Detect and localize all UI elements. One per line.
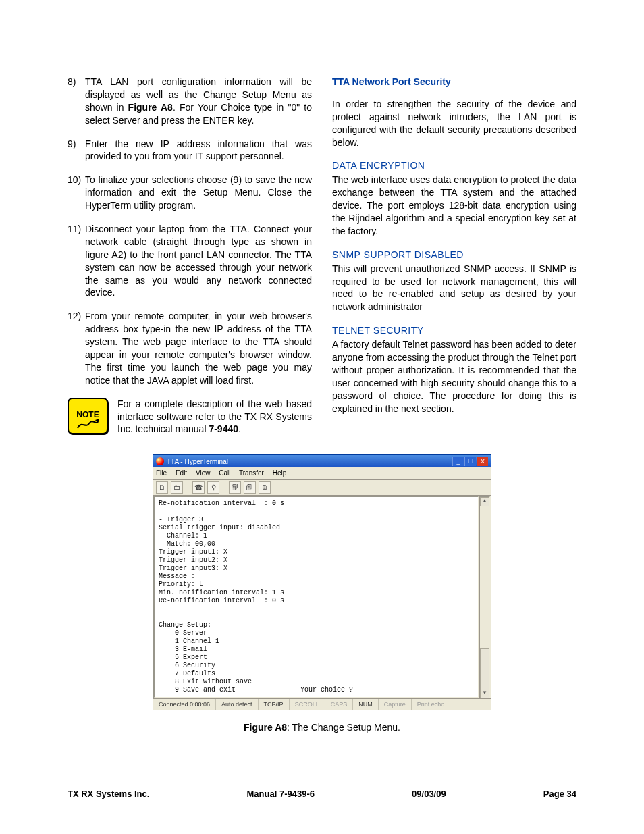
item-text: From your remote computer, in your web b… <box>85 310 312 386</box>
new-icon[interactable]: 🗋 <box>156 481 168 494</box>
status-num: NUM <box>353 699 379 710</box>
titlebar[interactable]: TTA - HyperTerminal _ ☐ X <box>153 455 491 467</box>
status-scroll: SCROLL <box>290 699 325 710</box>
titlebar-left: TTA - HyperTerminal <box>156 457 228 467</box>
list-item-9: 9) Enter the new IP address information … <box>68 138 312 163</box>
receive-icon[interactable]: 🗐 <box>244 481 256 494</box>
toolbar: 🗋 🗀 ☎ ⚲ 🗐 🗐 🗎 <box>153 480 491 496</box>
status-protocol: TCP/IP <box>259 699 290 710</box>
numbered-list: 8) TTA LAN port configuration informatio… <box>68 76 312 387</box>
list-item-8: 8) TTA LAN port configuration informatio… <box>68 76 312 127</box>
menu-call[interactable]: Call <box>219 469 230 477</box>
item-text: To finalize your selections choose (9) t… <box>85 174 312 212</box>
menubar: File Edit View Call Transfer Help <box>153 467 491 480</box>
menu-view[interactable]: View <box>196 469 211 477</box>
status-autodetect: Auto detect <box>216 699 259 710</box>
paragraph-snmp: This will prevent unauthorized SNMP acce… <box>332 263 576 314</box>
footer-date: 09/03/09 <box>412 788 446 800</box>
paragraph-telnet: A factory default Telnet password has be… <box>332 338 576 415</box>
app-icon <box>156 457 164 465</box>
connect-icon[interactable]: ☎ <box>192 481 205 494</box>
status-printecho: Print echo <box>412 699 451 710</box>
status-caps: CAPS <box>325 699 354 710</box>
figure-caption: Figure A8: The Change Setup Menu. <box>68 721 576 734</box>
minimize-button[interactable]: _ <box>452 457 464 466</box>
right-column: TTA Network Port Security In order to st… <box>332 76 576 436</box>
left-column: 8) TTA LAN port configuration informatio… <box>68 76 312 436</box>
intro-paragraph: In order to strengthen the security of t… <box>332 98 576 149</box>
figure-ref: Figure A8 <box>128 102 173 113</box>
item-text: TTA LAN port configuration information w… <box>85 76 312 127</box>
item-text: Disconnect your laptop from the TTA. Con… <box>85 223 312 299</box>
terminal-area: Re-notification interval : 0 s - Trigger… <box>153 496 491 698</box>
manual-ref: 7-9440 <box>209 423 238 434</box>
window-title: TTA - HyperTerminal <box>167 457 228 467</box>
scroll-thumb[interactable] <box>480 648 489 690</box>
page-footer: TX RX Systems Inc. Manual 7-9439-6 09/03… <box>68 788 576 800</box>
item-number: 8) <box>68 76 85 127</box>
item-text: Enter the new IP address information tha… <box>85 138 312 163</box>
send-icon[interactable]: 🗐 <box>229 481 241 494</box>
two-column-layout: 8) TTA LAN port configuration informatio… <box>68 76 576 436</box>
footer-manual: Manual 7-9439-6 <box>247 788 315 800</box>
item-number: 12) <box>68 310 85 386</box>
document-page: 8) TTA LAN port configuration informatio… <box>0 0 644 834</box>
paragraph-data-encryption: The web interface uses data encryption t… <box>332 174 576 237</box>
pen-icon <box>76 419 99 431</box>
hyperterminal-window: TTA - HyperTerminal _ ☐ X File Edit View… <box>153 454 491 710</box>
item-number: 11) <box>68 223 85 299</box>
terminal-output[interactable]: Re-notification interval : 0 s - Trigger… <box>153 496 479 698</box>
status-connected: Connected 0:00:06 <box>153 699 216 710</box>
statusbar: Connected 0:00:06 Auto detect TCP/IP SCR… <box>153 698 491 710</box>
subheading-data-encryption: DATA ENCRYPTION <box>332 159 576 172</box>
section-title: TTA Network Port Security <box>332 76 576 88</box>
open-icon[interactable]: 🗀 <box>171 481 183 494</box>
maximize-button[interactable]: ☐ <box>464 457 476 466</box>
item-number: 9) <box>68 138 85 163</box>
subheading-snmp: SNMP SUPPORT DISABLED <box>332 249 576 261</box>
figure-a8: TTA - HyperTerminal _ ☐ X File Edit View… <box>68 454 576 733</box>
scroll-up-icon[interactable]: ▲ <box>480 497 489 506</box>
note-block: NOTE For a complete description of the w… <box>68 398 312 436</box>
properties-icon[interactable]: 🗎 <box>259 481 271 494</box>
subheading-telnet: TELNET SECURITY <box>332 324 576 337</box>
scrollbar[interactable]: ▲ ▼ <box>479 496 491 698</box>
menu-help[interactable]: Help <box>273 469 287 477</box>
note-icon: NOTE <box>68 398 108 434</box>
list-item-12: 12) From your remote computer, in your w… <box>68 310 312 386</box>
item-number: 10) <box>68 174 85 212</box>
list-item-11: 11) Disconnect your laptop from the TTA.… <box>68 223 312 299</box>
list-item-10: 10) To finalize your selections choose (… <box>68 174 312 212</box>
figure-label: Figure A8 <box>244 722 287 733</box>
menu-edit[interactable]: Edit <box>176 469 187 477</box>
scroll-down-icon[interactable]: ▼ <box>480 689 489 698</box>
note-text: For a complete description of the web ba… <box>117 398 312 436</box>
close-button[interactable]: X <box>477 457 488 466</box>
menu-transfer[interactable]: Transfer <box>239 469 264 477</box>
window-buttons: _ ☐ X <box>452 457 488 466</box>
footer-page: Page 34 <box>543 788 576 800</box>
disconnect-icon[interactable]: ⚲ <box>207 481 219 494</box>
footer-company: TX RX Systems Inc. <box>68 788 149 800</box>
menu-file[interactable]: File <box>156 469 167 477</box>
status-capture: Capture <box>379 699 412 710</box>
